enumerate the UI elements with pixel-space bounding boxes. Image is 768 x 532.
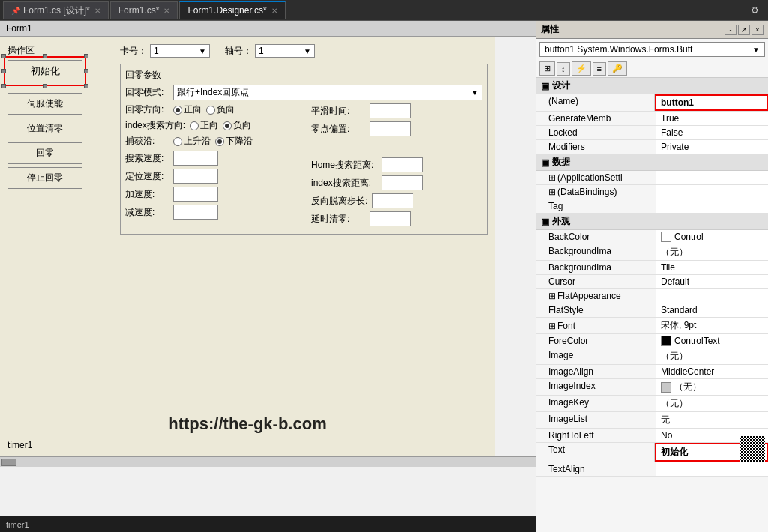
props-row-appsetti: ⊞ (ApplicationSetti: [536, 171, 768, 185]
resize-handle-br[interactable]: [84, 84, 88, 88]
props-row-locked: Locked False: [536, 126, 768, 140]
capture-down-radio[interactable]: [215, 137, 224, 146]
forecolor-text: ControlText: [674, 336, 720, 346]
appearance-section-header[interactable]: ▣ 外观: [536, 214, 768, 230]
index-search-dist-label: index搜索距离:: [311, 177, 377, 190]
tab-designer-close[interactable]: ✕: [272, 7, 278, 15]
props-close-btn[interactable]: ×: [752, 25, 764, 35]
resize-handle-tm[interactable]: [43, 54, 47, 58]
props-float-btn[interactable]: ↗: [738, 25, 750, 35]
card-field: 卡号： 1 ▼: [120, 44, 210, 58]
props-table: ▣ 设计 (Name) button1 GenerateMemb True Lo…: [536, 78, 768, 532]
inner-form: 操作区 初始化: [0, 37, 495, 456]
search-speed-input[interactable]: 20: [173, 151, 218, 166]
form-title: Form1: [6, 23, 32, 34]
props-val-bgimalayout: Tile: [656, 261, 768, 274]
props-key-btn[interactable]: 🔑: [608, 61, 627, 76]
h-scrollbar[interactable]: [0, 456, 536, 467]
props-event-btn[interactable]: ⚡: [572, 61, 591, 76]
props-row-imagelist: ImageList 无: [536, 412, 768, 429]
props-sort-btn[interactable]: ↕: [556, 62, 570, 76]
smooth-time-input[interactable]: 10: [370, 103, 411, 118]
delay-zero-input[interactable]: 500: [370, 211, 411, 226]
mode-arrow-icon: ▼: [471, 88, 478, 97]
props-grid-btn[interactable]: ⊞: [539, 61, 555, 76]
tab-design-close[interactable]: ✕: [94, 7, 100, 15]
props-key-bgimage: BackgroundIma: [536, 244, 656, 260]
index-positive-option[interactable]: 正向: [190, 119, 218, 132]
props-row-flatappearance: ⊞ FlatAppearance: [536, 289, 768, 303]
card-select[interactable]: 1 ▼: [150, 44, 210, 58]
stop-return-button[interactable]: 停止回零: [8, 167, 82, 189]
h-scrollbar-thumb[interactable]: [2, 459, 16, 466]
tab-pin-icon: 📌: [11, 7, 20, 15]
resize-handle-ml[interactable]: [2, 69, 6, 73]
form-design-area: Form1 操作区: [0, 21, 536, 532]
tab-form1cs-close[interactable]: ✕: [164, 7, 170, 15]
props-object-selector[interactable]: button1 System.Windows.Forms.Butt ▼: [539, 42, 765, 57]
capture-up-label: 上升沿: [184, 135, 211, 148]
form-canvas-wrapper: Form1 操作区: [0, 21, 536, 516]
resize-handle-bl[interactable]: [2, 84, 6, 88]
decel-input[interactable]: 0.5: [173, 205, 218, 220]
form-fields-area: 卡号： 1 ▼ 轴号： 1 ▼: [120, 44, 488, 235]
capture-up-radio[interactable]: [173, 137, 182, 146]
home-search-input[interactable]: 0: [382, 157, 423, 172]
tab-designer[interactable]: Form1.Designer.cs* ✕: [179, 1, 285, 19]
props-row-textalign: TextAlign: [536, 462, 768, 477]
props-val-forecolor: ControlText: [656, 334, 768, 348]
resize-handle-tr[interactable]: [84, 54, 88, 58]
tab-design[interactable]: 📌 Form1.cs [设计]* ✕: [3, 1, 109, 19]
tab-form1cs[interactable]: Form1.cs* ✕: [110, 1, 178, 19]
dir-negative-option[interactable]: 负向: [206, 103, 235, 116]
settings-icon[interactable]: ⚙: [745, 5, 765, 16]
props-key-imagelist: ImageList: [536, 412, 656, 428]
props-val-image: （无）: [656, 348, 768, 364]
index-negative-option[interactable]: 负向: [223, 119, 251, 132]
resize-handle-mr[interactable]: [84, 69, 88, 73]
appearance-section-label: 外观: [552, 215, 570, 228]
resize-handle-bm[interactable]: [43, 84, 47, 88]
return-mode-select[interactable]: 跟行+Index回原点 ▼: [173, 85, 482, 100]
axis-select[interactable]: 1 ▼: [255, 44, 315, 58]
tab-bar: 📌 Form1.cs [设计]* ✕ Form1.cs* ✕ Form1.Des…: [0, 0, 768, 21]
index-positive-label: 正向: [200, 119, 218, 132]
properties-panel: 属性 - ↗ × button1 System.Windows.Forms.Bu…: [536, 21, 768, 532]
init-button[interactable]: 初始化: [8, 60, 82, 82]
data-section-header[interactable]: ▣ 数据: [536, 154, 768, 171]
dir-positive-option[interactable]: 正向: [173, 103, 202, 116]
dir-negative-radio[interactable]: [206, 106, 215, 115]
props-row-backcolor: BackColor Control: [536, 230, 768, 244]
timer-label: timer1: [8, 440, 32, 450]
tab-design-label: Form1.cs [设计]*: [23, 4, 90, 17]
props-row-generatememb: GenerateMemb True: [536, 112, 768, 126]
props-key-cursor: Cursor: [536, 275, 656, 288]
dir-positive-radio[interactable]: [173, 106, 182, 115]
return-button[interactable]: 回零: [8, 142, 82, 164]
locate-speed-input[interactable]: 5: [173, 169, 218, 184]
position-clear-button[interactable]: 位置清零: [8, 118, 82, 139]
search-speed-row: 搜索速度: 20: [125, 151, 296, 166]
design-section-header[interactable]: ▣ 设计: [536, 78, 768, 94]
props-key-image: Image: [536, 348, 656, 364]
reverse-escape-input[interactable]: 100: [372, 193, 413, 208]
servo-button[interactable]: 伺服使能: [8, 93, 82, 115]
props-minimize-btn[interactable]: -: [724, 25, 736, 35]
appearance-expand-icon: ▣: [541, 217, 549, 227]
capture-row: 捕获沿: 上升沿: [125, 135, 296, 148]
index-negative-radio[interactable]: [223, 121, 232, 130]
index-search-dist-input[interactable]: 0: [382, 175, 423, 190]
props-prop-btn[interactable]: ≡: [592, 62, 606, 76]
return-mode-row: 回零模式: 跟行+Index回原点 ▼: [125, 85, 482, 100]
capture-up-option[interactable]: 上升沿: [173, 135, 211, 148]
props-row-image: Image （无）: [536, 348, 768, 365]
resize-handle-tl[interactable]: [2, 54, 6, 58]
zero-offset-input[interactable]: 0: [370, 121, 411, 136]
props-val-text: 初始化: [655, 443, 768, 462]
accel-input[interactable]: 0.5: [173, 187, 218, 202]
capture-down-option[interactable]: 下降沿: [215, 135, 253, 148]
card-value: 1: [154, 46, 159, 56]
props-key-font-text: Font: [557, 321, 575, 331]
index-positive-radio[interactable]: [190, 121, 199, 130]
return-dir-row: 回零方向: 正向: [125, 103, 296, 116]
